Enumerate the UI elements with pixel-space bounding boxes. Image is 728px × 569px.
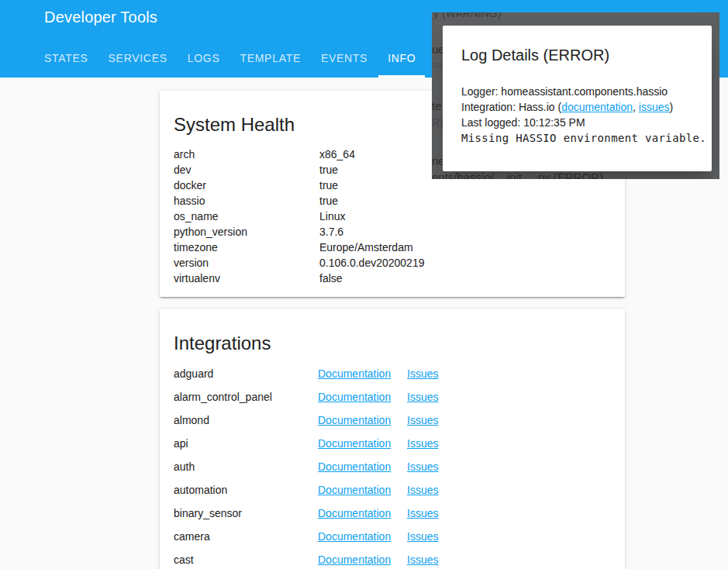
issues-link[interactable]: Issues — [407, 367, 611, 380]
error-message: Missing HASSIO environment variable. — [461, 130, 693, 146]
table-row: version 0.106.0.dev20200219 — [174, 255, 611, 271]
tab-info-label: INFO — [388, 52, 416, 64]
health-value: true — [319, 179, 611, 191]
tab-logs-label: LOGS — [188, 52, 220, 64]
issues-link[interactable]: Issues — [407, 507, 611, 519]
health-value: 3.7.6 — [319, 226, 611, 238]
page-title: Developer Tools — [44, 9, 157, 26]
documentation-link[interactable]: Documentation — [318, 367, 407, 380]
list-item: alarm_control_panel Documentation Issues — [174, 385, 611, 409]
tab-services[interactable]: SERVICES — [99, 40, 177, 78]
background-log-fragment: te — [432, 99, 442, 112]
health-key: version — [174, 257, 319, 269]
integration-line-suffix: ) — [669, 101, 673, 113]
integration-name: binary_sensor — [174, 507, 318, 519]
integrations-card: Integrations adguard Documentation Issue… — [160, 309, 625, 569]
integration-name: auth — [174, 460, 318, 473]
dialog-title: Log Details (ERROR) — [461, 26, 693, 66]
list-item: binary_sensor Documentation Issues — [174, 502, 611, 525]
table-row: virtualenv false — [174, 271, 611, 286]
list-item: almond Documentation Issues — [174, 409, 611, 432]
developer-tools-page: Developer Tools STATES SERVICES LOGS TEM… — [0, 0, 728, 569]
tab-services-label: SERVICES — [109, 52, 167, 64]
list-item: automation Documentation Issues — [174, 478, 611, 502]
issues-link[interactable]: Issues — [407, 391, 611, 403]
health-key: virtualenv — [174, 272, 319, 284]
integration-line-prefix: Integration: Hass.io ( — [461, 101, 561, 113]
health-value: Europe/Amsterdam — [319, 241, 611, 253]
documentation-link[interactable]: Documentation — [318, 414, 407, 426]
health-key: python_version — [174, 226, 319, 238]
list-item: auth Documentation Issues — [174, 455, 611, 478]
tab-states-label: STATES — [44, 52, 88, 64]
health-value: false — [319, 272, 611, 284]
integrations-title: Integrations — [174, 309, 611, 354]
tab-states[interactable]: STATES — [35, 40, 98, 78]
integration-name: almond — [174, 414, 318, 426]
background-log-fragment: R) — [432, 116, 443, 129]
tab-events[interactable]: EVENTS — [312, 40, 377, 78]
documentation-link[interactable]: Documentation — [318, 391, 407, 403]
dialog-body: Logger: homeassistant.components.hassio … — [461, 84, 693, 146]
health-value: true — [319, 195, 611, 207]
documentation-link[interactable]: Documentation — [318, 507, 407, 519]
issues-link[interactable]: Issues — [407, 414, 611, 426]
logger-line: Logger: homeassistant.components.hassio — [461, 84, 693, 99]
health-key: dev — [174, 164, 319, 176]
table-row: timezone Europe/Amsterdam — [174, 240, 611, 255]
dialog-documentation-link[interactable]: documentation — [561, 101, 633, 113]
health-key: timezone — [174, 241, 319, 253]
tab-events-label: EVENTS — [321, 52, 367, 64]
integration-name: api — [174, 437, 318, 450]
health-key: os_name — [174, 210, 319, 222]
background-log-fragment: y (WARNING) — [433, 12, 501, 19]
integration-name: camera — [174, 530, 318, 543]
issues-link[interactable]: Issues — [407, 460, 611, 473]
issues-link[interactable]: Issues — [407, 484, 611, 496]
documentation-link[interactable]: Documentation — [318, 484, 407, 496]
integration-line: Integration: Hass.io (documentation, iss… — [461, 99, 693, 115]
issues-link[interactable]: Issues — [407, 553, 611, 566]
tab-bar: STATES SERVICES LOGS TEMPLATE EVENTS INF… — [35, 40, 425, 78]
tab-logs[interactable]: LOGS — [178, 40, 229, 78]
list-item: api Documentation Issues — [174, 432, 611, 455]
background-log-fragment: ents/hassio/__init__.py (ERROR) — [432, 171, 603, 179]
dialog-issues-link[interactable]: issues — [639, 101, 670, 113]
health-value: 0.106.0.dev20200219 — [319, 257, 611, 269]
integration-name: cast — [174, 553, 318, 566]
list-item: cast Documentation Issues — [174, 548, 611, 569]
integration-name: automation — [174, 484, 318, 496]
dialog-backdrop[interactable]: y (WARNING) ue ts/ te R) ne ents/hassio/… — [432, 12, 719, 179]
issues-link[interactable]: Issues — [407, 437, 611, 450]
list-item: adguard Documentation Issues — [174, 362, 611, 385]
table-row: hassio true — [174, 193, 611, 209]
documentation-link[interactable]: Documentation — [318, 437, 407, 450]
table-row: os_name Linux — [174, 209, 611, 224]
documentation-link[interactable]: Documentation — [318, 460, 407, 473]
documentation-link[interactable]: Documentation — [318, 553, 407, 566]
tab-template-label: TEMPLATE — [240, 52, 300, 64]
documentation-link[interactable]: Documentation — [318, 530, 407, 543]
health-key: hassio — [174, 195, 319, 207]
integration-name: alarm_control_panel — [174, 391, 318, 403]
integration-line-separator: , — [633, 101, 639, 113]
tab-info[interactable]: INFO — [378, 40, 425, 78]
table-row: docker true — [174, 178, 611, 193]
health-value: Linux — [319, 210, 611, 222]
health-key: arch — [174, 148, 319, 160]
background-log-fragment: ts/ — [432, 59, 443, 71]
list-item: camera Documentation Issues — [174, 525, 611, 548]
issues-link[interactable]: Issues — [407, 530, 611, 543]
health-key: docker — [174, 179, 319, 191]
last-logged-line: Last logged: 10:12:35 PM — [461, 115, 693, 130]
integrations-list: adguard Documentation Issues alarm_contr… — [174, 362, 611, 569]
integration-name: adguard — [174, 367, 318, 380]
tab-template[interactable]: TEMPLATE — [230, 40, 309, 78]
table-row: python_version 3.7.6 — [174, 224, 611, 240]
log-details-dialog: Log Details (ERROR) Logger: homeassistan… — [443, 26, 712, 171]
